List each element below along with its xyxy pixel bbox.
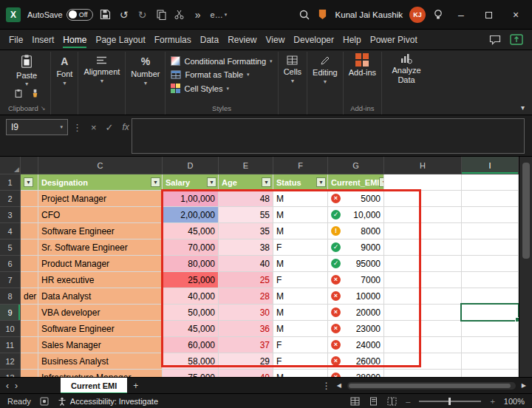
cell-b[interactable] — [21, 370, 38, 377]
undo-icon[interactable]: ↺ — [118, 9, 130, 21]
addins-button[interactable]: Add-ins — [349, 53, 376, 77]
accessibility-status[interactable]: Accessibility: Investigate — [58, 397, 158, 406]
column-header-e[interactable]: E — [219, 157, 273, 174]
lightbulb-icon[interactable] — [432, 9, 444, 21]
cell-b[interactable] — [21, 207, 38, 223]
cell-salary[interactable]: 60,000 — [163, 337, 219, 353]
menu-formulas[interactable]: Formulas — [150, 30, 196, 50]
editing-group-button[interactable]: Editing ▼ — [313, 53, 338, 84]
column-header-i[interactable]: I — [462, 157, 519, 174]
cell-current-emi[interactable]: × 10000 — [328, 288, 384, 305]
header-cell-b[interactable]: ▼ — [21, 174, 38, 191]
cell-salary[interactable]: 2,00,000 — [163, 207, 219, 223]
cut-icon[interactable] — [174, 9, 185, 20]
cell-i[interactable] — [462, 337, 519, 353]
cell-current-emi[interactable]: ✓ 9000 — [328, 239, 384, 256]
cell-i[interactable] — [462, 370, 519, 377]
cell-i[interactable] — [462, 223, 519, 239]
cell-designation[interactable]: CFO — [38, 207, 163, 223]
cell-h[interactable] — [384, 272, 462, 288]
vertical-scrollbar-thumb[interactable] — [522, 163, 530, 259]
select-all-corner[interactable]: ◢ — [0, 157, 21, 174]
cell-current-emi[interactable]: × 7000 — [328, 272, 384, 288]
cell-salary[interactable]: 25,000 — [163, 272, 219, 288]
paste-button[interactable]: Paste ▼ — [16, 53, 37, 86]
cell-status[interactable]: F — [273, 239, 328, 256]
cell-h[interactable] — [384, 223, 462, 239]
cell-designation[interactable]: Infrastructure Manager — [38, 370, 163, 377]
cell-age[interactable]: 40 — [219, 370, 273, 377]
cell-status[interactable]: M — [273, 288, 328, 305]
column-header-b[interactable] — [21, 157, 38, 174]
cell-current-emi[interactable]: ✓ 95000 — [328, 256, 384, 272]
vertical-scrollbar[interactable] — [519, 157, 532, 377]
cell-b[interactable] — [21, 337, 38, 353]
cell-designation[interactable]: Business Analyst — [38, 353, 163, 370]
minimize-button[interactable]: – — [451, 9, 471, 21]
excel-logo-icon[interactable]: X — [6, 7, 21, 22]
maximize-button[interactable] — [478, 9, 499, 21]
cell-designation[interactable]: Software Engineer — [38, 223, 163, 239]
menu-power-pivot[interactable]: Power Pivot — [366, 30, 422, 50]
cell-designation[interactable]: Sales Manager — [38, 337, 163, 353]
header-cell-current-emi[interactable]: Current_EMI▼ — [328, 174, 384, 191]
name-box[interactable]: I9 ▾ — [6, 119, 68, 135]
cell-i1[interactable] — [462, 174, 519, 191]
formula-input[interactable] — [132, 118, 525, 154]
row-header[interactable]: 12 — [0, 353, 21, 370]
cell-salary[interactable]: 58,000 — [163, 353, 219, 370]
cell-i[interactable] — [462, 321, 519, 337]
share-button[interactable] — [510, 34, 523, 45]
zoom-out-icon[interactable]: – — [406, 397, 410, 406]
font-group-button[interactable]: A Font ▼ — [56, 53, 72, 86]
cell-age[interactable]: 38 — [219, 239, 273, 256]
number-group-button[interactable]: % Number ▼ — [131, 53, 160, 86]
cell-age[interactable]: 36 — [219, 321, 273, 337]
cell-i[interactable] — [462, 207, 519, 223]
menu-file[interactable]: File — [4, 30, 27, 50]
cell-status[interactable]: M — [273, 191, 328, 207]
column-header-h[interactable]: H — [384, 157, 462, 174]
sheet-nav-next-icon[interactable]: › — [15, 381, 18, 391]
row-header[interactable]: 13 — [0, 370, 21, 377]
row-header[interactable]: 5 — [0, 239, 21, 256]
user-name[interactable]: Kunal Jai Kaushik — [335, 10, 403, 19]
cell-designation[interactable]: Sr. Software Engineer — [38, 239, 163, 256]
cell-h[interactable] — [384, 321, 462, 337]
format-painter-icon[interactable] — [30, 89, 40, 101]
cell-age[interactable]: 40 — [219, 256, 273, 272]
cell-designation[interactable]: Data Analyst — [38, 288, 163, 305]
cell-age[interactable]: 55 — [219, 207, 273, 223]
column-header-g[interactable]: G — [328, 157, 384, 174]
sheet-tab-current-emi[interactable]: Current EMI — [61, 378, 127, 394]
cell-b[interactable]: der — [21, 288, 38, 305]
cell-salary[interactable]: 1,00,000 — [163, 191, 219, 207]
cell-designation[interactable]: Product Manager — [38, 256, 163, 272]
cell-status[interactable]: M — [273, 305, 328, 321]
cell-age[interactable]: 28 — [219, 288, 273, 305]
cell-i[interactable] — [462, 256, 519, 272]
horizontal-scrollbar[interactable] — [347, 382, 516, 390]
copy-icon[interactable] — [155, 10, 167, 20]
cell-salary[interactable]: 40,000 — [163, 288, 219, 305]
header-cell-designation[interactable]: Designation▼ — [38, 174, 163, 191]
cell-current-emi[interactable]: ✓ 10,000 — [328, 207, 384, 223]
row-header[interactable]: 6 — [0, 256, 21, 272]
page-layout-view-icon[interactable] — [369, 397, 378, 406]
zoom-slider[interactable] — [419, 398, 481, 405]
autosave-pill[interactable]: Off — [66, 9, 93, 21]
menu-view[interactable]: View — [262, 30, 290, 50]
conditional-formatting-button[interactable]: Conditional Formatting ▾ — [171, 56, 272, 66]
row-header[interactable]: 7 — [0, 272, 21, 288]
cell-h[interactable] — [384, 191, 462, 207]
cell-salary[interactable]: 75,000 — [163, 370, 219, 377]
hscroll-left-icon[interactable]: ◀ — [337, 382, 341, 389]
row-header[interactable]: 2 — [0, 191, 21, 207]
cell-i[interactable] — [462, 353, 519, 370]
cell-h[interactable] — [384, 337, 462, 353]
filter-icon[interactable]: ▼ — [24, 177, 33, 187]
page-break-view-icon[interactable] — [387, 397, 397, 406]
enter-icon[interactable]: ✓ — [106, 122, 114, 133]
cell-h1[interactable] — [384, 174, 462, 191]
cell-b[interactable] — [21, 191, 38, 207]
